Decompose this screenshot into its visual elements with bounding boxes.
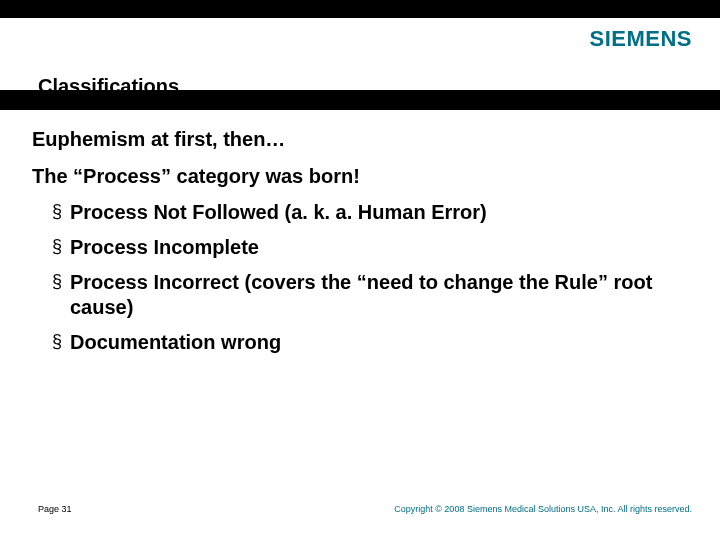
bullet-item: Documentation wrong <box>56 330 688 355</box>
footer: Page 31 Copyright © 2008 Siemens Medical… <box>0 504 720 514</box>
intro-line-2: The “Process” category was born! <box>32 165 688 188</box>
top-black-strip <box>0 0 720 18</box>
bullet-item: Process Not Followed (a. k. a. Human Err… <box>56 200 688 225</box>
bullet-item: Process Incorrect (covers the “need to c… <box>56 270 688 320</box>
divider-band <box>0 90 720 110</box>
intro-line-1: Euphemism at first, then… <box>32 128 688 151</box>
copyright-text: Copyright © 2008 Siemens Medical Solutio… <box>394 504 692 514</box>
bullet-list: Process Not Followed (a. k. a. Human Err… <box>32 200 688 355</box>
bullet-item: Process Incomplete <box>56 235 688 260</box>
page-number: Page 31 <box>38 504 72 514</box>
brand-logo: SIEMENS <box>589 26 692 52</box>
content-area: Euphemism at first, then… The “Process” … <box>32 128 688 365</box>
